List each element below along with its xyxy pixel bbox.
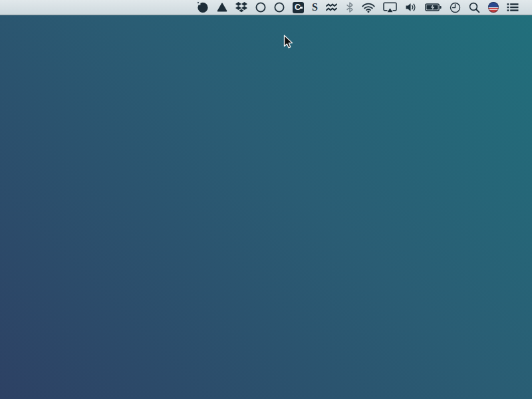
droplr-drop-icon[interactable] [197, 0, 209, 15]
triangle-glyph [217, 2, 227, 13]
waves-icon[interactable] [326, 0, 338, 15]
desktop-wallpaper[interactable] [0, 0, 532, 399]
c-app-dot [300, 7, 302, 9]
wifi-icon[interactable] [362, 0, 375, 15]
circle-outline-glyph [255, 2, 266, 13]
clock-icon[interactable] [450, 0, 461, 15]
search-glyph [469, 2, 480, 13]
menu-bar-status-strip: C S [197, 0, 519, 15]
waves-glyph [326, 3, 338, 12]
s-app-letter: S [312, 1, 318, 13]
notification-center-icon[interactable] [507, 0, 519, 15]
c-app-badge: C [293, 2, 304, 13]
bluetooth-glyph [346, 2, 354, 13]
spotlight-search-icon[interactable] [469, 0, 480, 15]
volume-glyph [405, 2, 417, 13]
c-app-icon[interactable]: C [293, 0, 304, 15]
bluetooth-icon[interactable] [346, 0, 354, 15]
menu-bar: C S [0, 0, 532, 15]
triangle-icon[interactable] [217, 0, 227, 15]
circle-outline-icon-1[interactable] [255, 0, 266, 15]
list-lines-glyph [507, 2, 519, 13]
battery-glyph [425, 3, 442, 12]
circle-outline-glyph [274, 2, 285, 13]
dropbox-icon[interactable] [235, 0, 247, 15]
dropbox-glyph [235, 2, 247, 13]
battery-charging-icon[interactable] [425, 0, 442, 15]
wifi-glyph [362, 3, 375, 13]
input-source-flag-icon[interactable] [488, 0, 499, 15]
airplay-display-icon[interactable] [383, 0, 397, 15]
flag-glyph [488, 2, 499, 13]
s-app-icon[interactable]: S [312, 0, 318, 15]
circle-outline-icon-2[interactable] [274, 0, 285, 15]
volume-icon[interactable] [405, 0, 417, 15]
airplay-glyph [383, 2, 397, 13]
clock-glyph [450, 2, 461, 13]
droplr-drop-glyph [197, 1, 209, 13]
